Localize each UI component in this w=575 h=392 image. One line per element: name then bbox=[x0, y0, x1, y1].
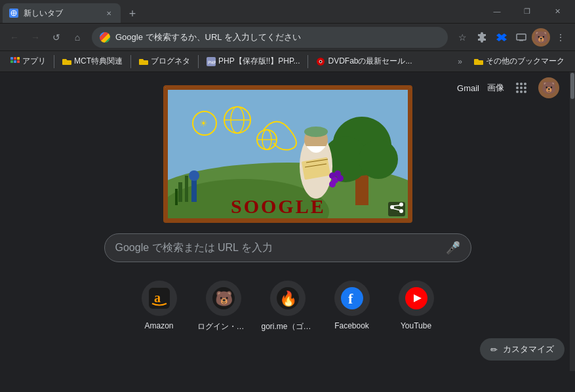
svg-point-21 bbox=[359, 140, 398, 179]
shortcut-gori[interactable]: 🔥 gori.me（ゴリ... bbox=[262, 281, 314, 332]
bookmark-apps-label: アプリ bbox=[22, 56, 46, 67]
google-apps-button[interactable] bbox=[512, 79, 530, 97]
svg-text:PHP: PHP bbox=[208, 60, 216, 66]
more-button[interactable]: ⋮ bbox=[551, 28, 570, 47]
svg-text:f: f bbox=[348, 290, 353, 307]
shortcut-icon-facebook: f bbox=[334, 281, 370, 316]
active-tab[interactable]: 新しいタブ ✕ bbox=[3, 3, 121, 23]
dvd-icon bbox=[316, 57, 325, 66]
svg-text:a: a bbox=[154, 290, 161, 305]
bookmark-separator-4 bbox=[307, 55, 308, 68]
gori-logo: 🔥 bbox=[276, 286, 300, 310]
shortcut-label-pcma: ログイン・PCま... bbox=[197, 321, 250, 332]
svg-rect-8 bbox=[10, 60, 13, 63]
star-button[interactable]: ☆ bbox=[453, 28, 471, 47]
customize-icon: ✏ bbox=[490, 345, 498, 355]
search-placeholder: Google で検索または URL を入力 bbox=[115, 241, 439, 255]
scrollbar[interactable] bbox=[570, 72, 575, 371]
shortcut-icon-amazon: a bbox=[142, 281, 177, 316]
svg-rect-25 bbox=[191, 179, 197, 202]
folder-icon-2 bbox=[139, 57, 148, 66]
doodle-image: ☀ SOOGLE bbox=[165, 87, 410, 221]
back-button[interactable]: ← bbox=[5, 28, 24, 47]
svg-point-36 bbox=[337, 175, 344, 182]
customize-button[interactable]: ✏ カスタマイズ bbox=[480, 338, 565, 361]
home-button[interactable]: ⌂ bbox=[68, 28, 87, 47]
other-bookmarks[interactable]: その他のブックマーク bbox=[469, 54, 570, 69]
extensions-button[interactable] bbox=[473, 28, 491, 47]
svg-rect-3 bbox=[517, 34, 526, 40]
cast-button[interactable] bbox=[512, 28, 530, 47]
newtab-profile-avatar[interactable]: 🐻 bbox=[538, 77, 559, 98]
apps-icon bbox=[10, 57, 20, 66]
shortcut-label-youtube: YouTube bbox=[401, 321, 431, 330]
shortcut-icon-youtube bbox=[399, 281, 434, 316]
close-button[interactable]: ✕ bbox=[542, 2, 572, 20]
images-link[interactable]: 画像 bbox=[487, 82, 504, 94]
bookmark-blog-label: ブログネタ bbox=[151, 56, 190, 67]
search-bar[interactable]: Google で検索または URL を入力 🎤 bbox=[104, 233, 471, 262]
grid-icon bbox=[516, 83, 526, 93]
bookmark-separator-2 bbox=[130, 55, 131, 68]
google-doodle[interactable]: ☀ SOOGLE bbox=[163, 85, 412, 223]
forward-button[interactable]: → bbox=[26, 28, 45, 47]
restore-button[interactable]: ❐ bbox=[512, 2, 542, 20]
google-icon bbox=[100, 32, 110, 43]
bookmark-php[interactable]: PHP PHP【保存版!!】PHP... bbox=[201, 54, 305, 69]
profile-avatar[interactable]: 🐻 bbox=[532, 28, 550, 47]
svg-rect-7 bbox=[17, 57, 20, 60]
address-bar[interactable]: Google で検索するか、URL を入力してください bbox=[92, 27, 448, 48]
refresh-button[interactable]: ↺ bbox=[47, 28, 66, 47]
newtab-bear-icon: 🐻 bbox=[542, 81, 556, 95]
shortcut-facebook[interactable]: f Facebook bbox=[326, 281, 378, 332]
mic-icon[interactable]: 🎤 bbox=[446, 241, 460, 255]
bookmark-blog[interactable]: ブログネタ bbox=[134, 54, 195, 69]
shortcut-amazon[interactable]: a Amazon bbox=[133, 281, 186, 332]
shortcut-label-facebook: Facebook bbox=[334, 321, 369, 330]
bookmark-dvdfab[interactable]: DVDFabの最新セール... bbox=[311, 54, 417, 69]
other-bookmarks-label: その他のブックマーク bbox=[486, 56, 565, 67]
customize-label: カスタマイズ bbox=[503, 343, 554, 355]
facebook-logo: f bbox=[340, 286, 364, 310]
bookmarks-overflow-button[interactable]: » bbox=[452, 55, 467, 68]
new-tab-button[interactable]: + bbox=[123, 5, 142, 23]
scrollbar-thumb bbox=[570, 73, 574, 99]
tab-label: 新しいタブ bbox=[24, 8, 63, 19]
svg-rect-9 bbox=[14, 60, 16, 63]
svg-text:SOOGLE: SOOGLE bbox=[231, 195, 326, 217]
svg-rect-5 bbox=[10, 57, 13, 60]
shortcut-youtube[interactable]: YouTube bbox=[390, 281, 443, 332]
svg-point-26 bbox=[189, 170, 199, 181]
tab-close-button[interactable]: ✕ bbox=[104, 8, 114, 18]
minimize-button[interactable]: — bbox=[482, 2, 512, 20]
svg-line-49 bbox=[393, 205, 401, 206]
svg-rect-10 bbox=[17, 60, 20, 63]
folder-icon-3 bbox=[474, 57, 483, 66]
youtube-logo bbox=[405, 286, 428, 310]
svg-rect-24 bbox=[175, 189, 178, 205]
toolbar-icons: ☆ 🐻 ⋮ bbox=[453, 28, 570, 47]
newtab-topbar: Gmail 画像 🐻 bbox=[457, 77, 559, 98]
shortcuts-row: a Amazon 🐻 ログイン・PCま... 🔥 bbox=[133, 281, 443, 332]
shortcut-icon-gori: 🔥 bbox=[270, 281, 306, 316]
bookmark-mct[interactable]: MCT特典関連 bbox=[57, 54, 128, 69]
bookmark-apps[interactable]: アプリ bbox=[5, 54, 51, 69]
svg-point-37 bbox=[329, 181, 336, 187]
bear-logo: 🐻 bbox=[212, 286, 235, 310]
svg-point-48 bbox=[399, 209, 403, 213]
amazon-logo: a bbox=[149, 288, 170, 309]
svg-text:☀: ☀ bbox=[199, 119, 208, 128]
shortcut-label-amazon: Amazon bbox=[144, 321, 173, 330]
doodle-svg: ☀ SOOGLE bbox=[165, 87, 410, 221]
shortcut-icon-pcma: 🐻 bbox=[206, 281, 241, 316]
main-content: Gmail 画像 🐻 bbox=[0, 72, 575, 371]
svg-text:🐻: 🐻 bbox=[215, 290, 233, 307]
bear-icon: 🐻 bbox=[534, 30, 548, 45]
svg-rect-6 bbox=[14, 57, 16, 60]
bookmark-dvdfab-label: DVDFabの最新セール... bbox=[328, 56, 412, 67]
gmail-link[interactable]: Gmail bbox=[457, 83, 479, 93]
svg-rect-23 bbox=[185, 176, 188, 202]
svg-point-29 bbox=[304, 127, 328, 137]
shortcut-pcma[interactable]: 🐻 ログイン・PCま... bbox=[197, 281, 250, 332]
dropbox-button[interactable] bbox=[492, 28, 511, 47]
